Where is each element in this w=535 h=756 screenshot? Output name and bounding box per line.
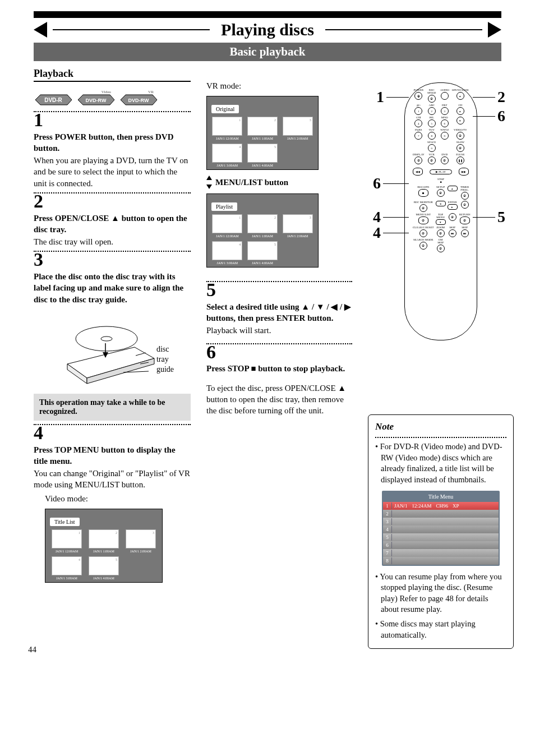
note-item: You can resume play from where you stopp… bbox=[375, 571, 506, 615]
badge-dvdrw-vr: VR DVD-RW bbox=[119, 94, 158, 105]
step-6-bold: Press STOP ■ button to stop playback. bbox=[206, 363, 352, 374]
playlist-header: Playlist bbox=[211, 202, 237, 211]
thumb: 3 bbox=[283, 117, 313, 136]
step-4-body: You can change "Original" or "Playlist" … bbox=[34, 468, 191, 491]
thumb: 5 bbox=[247, 241, 278, 260]
callout-6r: 6 bbox=[473, 107, 505, 125]
step-2-number: 2 bbox=[34, 191, 191, 211]
section-heading: Playback bbox=[34, 68, 191, 82]
svg-text:DVD-RW: DVD-RW bbox=[128, 98, 149, 103]
svg-point-10 bbox=[101, 336, 112, 341]
page-number: 44 bbox=[28, 645, 36, 654]
callout-1: 1 bbox=[376, 88, 409, 106]
thumb: 1 bbox=[212, 117, 242, 136]
column-middle: VR mode: Original 1JAN/1 12:00AM 2JAN/1 … bbox=[206, 68, 352, 649]
thumb: 1 bbox=[52, 529, 82, 548]
playlist-panel: Playlist 1JAN/1 12:00AM 2JAN/1 1:00AM 3J… bbox=[206, 193, 319, 268]
thumb: 3 bbox=[283, 214, 313, 233]
remote-body: POWER⏻ REC SPEED⦿ AUDIO OPEN/CLOSE▴ @/:1… bbox=[404, 82, 477, 340]
thumb: 2 bbox=[247, 117, 278, 136]
arrow-left-icon bbox=[34, 22, 47, 38]
thumb: 1 bbox=[212, 214, 242, 233]
label-disc: disc bbox=[156, 344, 174, 354]
title-menu-row: 6 bbox=[383, 541, 499, 549]
menu-list-row: MENU/LIST button bbox=[206, 176, 352, 189]
title-list-panel: Title List 1JAN/1 12:00AM 2JAN/1 1:00AM … bbox=[45, 509, 163, 583]
thumb: 5 bbox=[247, 144, 278, 163]
step-5-number: 5 bbox=[206, 280, 352, 300]
title-menu-panel: Title Menu 1JAN/112:24AMCH96XP 2 3 4 5 6… bbox=[382, 491, 500, 566]
disc-badges: DVD-R Video DVD-RW VR DVD-RW bbox=[34, 94, 191, 105]
label-tray: tray bbox=[156, 354, 174, 365]
step-1-number: 1 bbox=[34, 110, 191, 130]
menu-list-label: MENU/LIST button bbox=[215, 178, 288, 187]
step-6-body: To eject the disc, press OPEN/CLOSE ▲ bu… bbox=[206, 382, 352, 417]
note-item: Some discs may start playing automatical… bbox=[375, 619, 506, 640]
title-menu-row: 2 bbox=[383, 510, 499, 518]
top-rule bbox=[34, 11, 501, 18]
callout-4b: 4 bbox=[373, 224, 409, 242]
page-title: Playing discs bbox=[215, 20, 320, 39]
vr-mode-label: VR mode: bbox=[206, 80, 352, 91]
label-guide: guide bbox=[156, 365, 174, 375]
video-mode-label: Video mode: bbox=[45, 493, 191, 504]
note-item: For DVD-R (Video mode) and DVD-RW (Video… bbox=[375, 441, 506, 485]
disc-tray-illustration: disc tray guide bbox=[56, 311, 168, 389]
thumb: 4 bbox=[212, 241, 242, 260]
separator bbox=[375, 437, 506, 438]
title-menu-row: 8 bbox=[383, 557, 499, 565]
step-3-bold: Place the disc onto the disc tray with i… bbox=[34, 271, 191, 305]
title-menu-header: Title Menu bbox=[383, 492, 499, 502]
step-1-body: When you are playing a DVD, turn the TV … bbox=[34, 155, 191, 189]
badge-dvdr: DVD-R bbox=[34, 94, 73, 105]
title-menu-row: 1JAN/112:24AMCH96XP bbox=[383, 502, 499, 510]
step-1-bold: Press POWER button, then press DVD butto… bbox=[34, 131, 191, 154]
up-down-icon bbox=[206, 176, 212, 189]
thumb: 4 bbox=[52, 556, 82, 575]
title-bar: Playing discs bbox=[34, 20, 501, 39]
thumb: 5 bbox=[89, 556, 119, 575]
note-box: Note For DVD-R (Video mode) and DVD-RW (… bbox=[368, 414, 514, 649]
step-3-number: 3 bbox=[34, 250, 191, 270]
thumb: 2 bbox=[89, 529, 119, 548]
thumb: 4 bbox=[212, 144, 242, 163]
badge-dvdrw-video: Video DVD-RW bbox=[76, 94, 116, 105]
step-4-number: 4 bbox=[34, 423, 191, 443]
thumb: 3 bbox=[126, 529, 156, 548]
note-heading: Note bbox=[375, 421, 506, 434]
title-menu-row: 4 bbox=[383, 525, 499, 533]
title-menu-row: 3 bbox=[383, 518, 499, 525]
arrow-right-icon bbox=[488, 22, 501, 38]
step-5-body: Playback will start. bbox=[206, 325, 352, 336]
step-2-body: The disc tray will open. bbox=[34, 236, 191, 247]
step-5-bold: Select a desired title using ▲ / ▼ / ◀ /… bbox=[206, 301, 352, 324]
svg-text:DVD-RW: DVD-RW bbox=[86, 98, 107, 103]
step-4-bold: Press TOP MENU button to display the tit… bbox=[34, 444, 191, 467]
step-6-number: 6 bbox=[206, 342, 352, 362]
page-subtitle: Basic playback bbox=[34, 43, 501, 61]
title-menu-row: 5 bbox=[383, 533, 499, 541]
callout-6l: 6 bbox=[373, 174, 409, 192]
column-right: POWER⏻ REC SPEED⦿ AUDIO OPEN/CLOSE▴ @/:1… bbox=[368, 68, 514, 649]
title-list-header: Title List bbox=[50, 518, 80, 526]
original-panel: Original 1JAN/1 12:00AM 2JAN/1 1:00AM 3J… bbox=[206, 96, 319, 170]
title-menu-row: 7 bbox=[383, 549, 499, 557]
callout-5: 5 bbox=[473, 208, 505, 226]
thumb: 2 bbox=[247, 214, 278, 233]
step-2-bold: Press OPEN/CLOSE ▲ button to open the di… bbox=[34, 213, 191, 236]
original-header: Original bbox=[211, 105, 239, 113]
step-3-note: This operation may take a while to be re… bbox=[34, 394, 191, 421]
remote-diagram: POWER⏻ REC SPEED⦿ AUDIO OPEN/CLOSE▴ @/:1… bbox=[376, 78, 505, 347]
callout-2: 2 bbox=[473, 88, 505, 106]
column-left: Playback DVD-R Video DVD-RW VR DVD-RW 1 … bbox=[34, 68, 191, 649]
svg-text:DVD-R: DVD-R bbox=[44, 97, 62, 103]
